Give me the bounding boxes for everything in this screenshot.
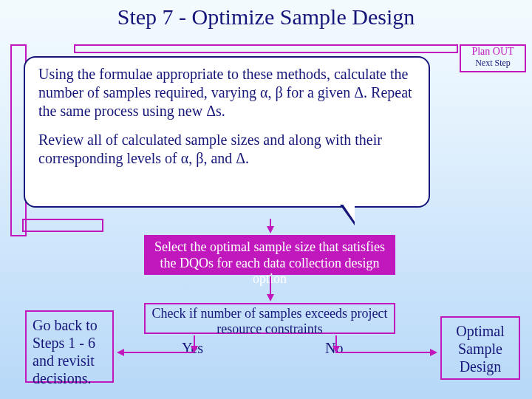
plan-out-label: Plan OUT — [461, 46, 525, 58]
callout-paragraph-1: Using the formulae appropriate to these … — [38, 65, 415, 120]
arrow-no-down — [335, 335, 337, 352]
plan-out-sublabel: Next Step — [461, 58, 525, 69]
bg-partial-box-top — [74, 44, 458, 53]
callout-paragraph-2: Review all of calculated sample sizes an… — [38, 131, 415, 168]
arrow-select-to-check — [270, 276, 271, 300]
plan-out-box: Plan OUT Next Step — [460, 44, 526, 72]
optimal-design-text: Optimal Sample Design — [456, 323, 505, 375]
arrow-into-select — [270, 219, 271, 232]
instruction-callout: Using the formulae appropriate to these … — [24, 56, 430, 208]
arrow-no-right — [335, 352, 436, 353]
page-title: Step 7 - Optimize Sample Design — [0, 0, 532, 30]
arrow-yes-left — [118, 352, 194, 353]
check-constraints-box: Check if number of samples exceeds proje… — [144, 303, 395, 334]
optimal-design-box: Optimal Sample Design — [440, 316, 520, 380]
arrow-yes-down — [194, 335, 195, 352]
callout-tail-icon — [340, 205, 355, 225]
go-back-text: Go back to Steps 1 - 6 and revisit decis… — [33, 317, 98, 386]
decorative-small-box — [22, 219, 103, 232]
slide: Step 7 - Optimize Sample Design Plan OUT… — [0, 0, 532, 399]
check-constraints-text: Check if number of samples exceeds proje… — [152, 306, 388, 336]
go-back-box: Go back to Steps 1 - 6 and revisit decis… — [25, 310, 114, 383]
select-optimal-box: Select the optimal sample size that sati… — [144, 235, 395, 275]
